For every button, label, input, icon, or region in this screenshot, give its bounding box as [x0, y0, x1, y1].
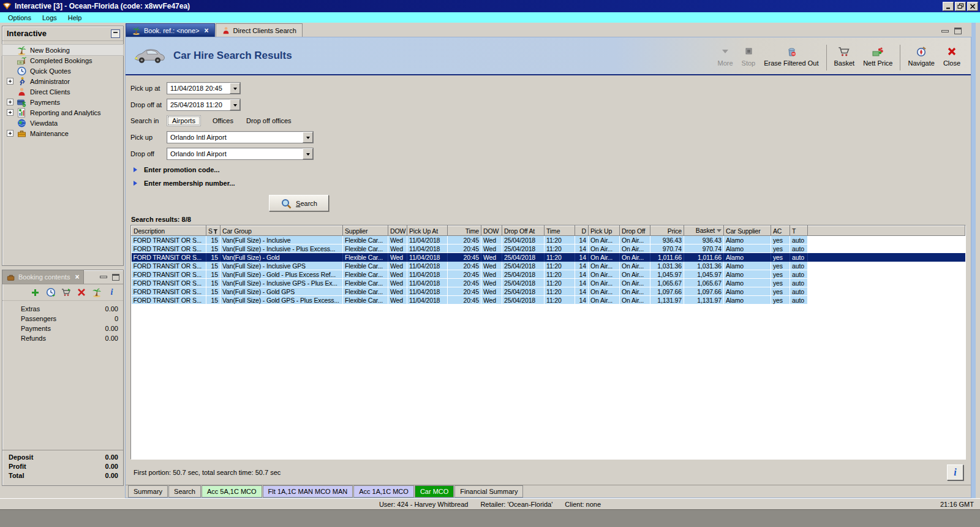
search-button[interactable]: Search [269, 195, 329, 211]
column-header[interactable]: Supplier [343, 226, 388, 236]
search-in-label: Search in [130, 117, 167, 124]
pickup-at-combobox[interactable]: 11/04/2018 20:45 [167, 82, 241, 94]
expand-plus-icon[interactable] [7, 109, 13, 116]
result-row[interactable]: FORD TRANSIT OR S... 15 Van(Full Size) -… [132, 236, 965, 245]
sidebar-item[interactable]: Completed Bookings [2, 55, 123, 66]
column-header[interactable]: Pick Up At [407, 226, 448, 236]
bottom-tab[interactable]: Flt 1A,1C MAN MCO MAN [263, 485, 353, 498]
menu-item[interactable]: Help [62, 13, 88, 22]
result-row[interactable]: FORD TRANSIT OR S... 15 Van(Full Size) -… [132, 262, 965, 270]
sidebar-item[interactable]: Direct Clients [2, 86, 123, 97]
maximize-main-panel-icon[interactable] [954, 28, 962, 34]
sidebar-item-icon [17, 87, 27, 97]
dropdown-arrow-icon[interactable] [303, 132, 313, 143]
column-header[interactable] [808, 226, 965, 236]
nett-price-button[interactable]: Nett Price [859, 44, 897, 69]
add-button[interactable] [30, 287, 40, 298]
basket-button[interactable]: Basket [830, 44, 859, 69]
result-row[interactable]: FORD TRANSIT OR S... 15 Van(Full Size) -… [132, 270, 965, 279]
membership-number-expander[interactable]: Enter membership number... [134, 180, 971, 187]
result-row[interactable]: FORD TRANSIT OR S... 15 Van(Full Size) -… [132, 253, 965, 262]
column-header[interactable]: Car Group [221, 226, 343, 236]
column-header[interactable]: AC [771, 226, 790, 236]
sidebar-item-label: Payments [30, 99, 60, 106]
column-header[interactable]: Basket [684, 226, 724, 236]
dropdown-arrow-icon[interactable] [230, 99, 240, 110]
delete-button[interactable] [76, 287, 86, 298]
cell-pickup-date: 11/04/2018 [407, 296, 448, 305]
result-row[interactable]: FORD TRANSIT OR S... 15 Van(Full Size) -… [132, 279, 965, 287]
bottom-tab[interactable]: Financial Summary [454, 485, 523, 498]
booking-contents-tab[interactable]: Booking contents × [2, 270, 84, 284]
sidebar-item-icon [17, 118, 27, 128]
result-row[interactable]: FORD TRANSIT OR S... 15 Van(Full Size) -… [132, 245, 965, 253]
pickup-combobox[interactable]: Orlando Intl Airport [167, 131, 314, 143]
more-button[interactable]: More [714, 44, 737, 69]
search-in-option[interactable]: Offices [211, 116, 235, 126]
sidebar-item[interactable]: Reporting and Analytics [2, 107, 123, 118]
dropoff-at-combobox[interactable]: 25/04/2018 11:20 [167, 99, 241, 111]
column-header[interactable]: Drop Off [620, 226, 650, 236]
navigate-button[interactable]: Navigate [903, 44, 938, 69]
close-window-button[interactable] [967, 2, 978, 11]
search-in-option[interactable]: Drop off offices [245, 116, 293, 126]
result-row[interactable]: FORD TRANSIT OR S... 15 Van(Full Size) -… [132, 296, 965, 305]
column-header[interactable]: Pick Up [589, 226, 620, 236]
bottom-tab[interactable]: Acc 1A,1C MCO [353, 485, 414, 498]
column-header[interactable]: DOW [481, 226, 502, 236]
tab-direct-clients-search[interactable]: Direct Clients Search [216, 23, 303, 37]
booking-contents-toolbar: i [2, 284, 123, 301]
palm-button[interactable] [91, 287, 102, 298]
column-header[interactable]: T [790, 226, 808, 236]
bottom-tab[interactable]: Car MCO [415, 485, 454, 498]
promotion-code-expander[interactable]: Enter promotion code... [134, 166, 971, 173]
minimize-button[interactable] [943, 2, 954, 11]
column-header[interactable]: Car Supplier [724, 226, 771, 236]
erase-filtered-out-button[interactable]: Erase Filtered Out [760, 44, 823, 69]
tab-booking-ref[interactable]: Book. ref.: <none> × [126, 23, 215, 37]
column-header[interactable]: Price [650, 226, 684, 236]
sidebar-item[interactable]: Maintenance [2, 128, 123, 138]
basket-icon [838, 45, 850, 58]
column-header[interactable]: D [575, 226, 589, 236]
column-header[interactable]: DOW [388, 226, 407, 236]
result-row[interactable]: FORD TRANSIT OR S... 15 Van(Full Size) -… [132, 287, 965, 296]
bottom-tab[interactable]: Search [168, 485, 201, 498]
menu-item[interactable]: Options [2, 13, 37, 22]
close-page-button[interactable]: Close [939, 44, 965, 69]
maximize-booking-panel-icon[interactable] [112, 274, 119, 281]
add-to-basket-button[interactable] [61, 287, 71, 298]
sidebar-item[interactable]: New Booking [2, 45, 123, 55]
collapse-booking-panel-icon[interactable] [100, 276, 107, 278]
booking-contents-panel: Booking contents × i [2, 270, 124, 486]
quick-quote-button[interactable] [45, 287, 56, 298]
column-header[interactable]: Time [545, 226, 575, 236]
column-header[interactable]: S [206, 226, 221, 236]
expand-plus-icon[interactable] [7, 78, 13, 85]
close-booking-contents-icon[interactable]: × [75, 273, 79, 281]
dropoff-combobox[interactable]: Orlando Intl Airport [167, 148, 314, 160]
expand-plus-icon[interactable] [7, 130, 13, 137]
menu-item[interactable]: Logs [37, 13, 62, 22]
info-icon[interactable]: i [107, 287, 117, 298]
column-header[interactable]: Drop Off At [502, 226, 545, 236]
expand-plus-icon[interactable] [7, 99, 13, 105]
collapse-main-panel-icon[interactable] [941, 30, 949, 32]
cell-description: FORD TRANSIT OR S... [132, 296, 206, 305]
collapse-panel-icon[interactable] [111, 29, 120, 38]
sidebar-item[interactable]: Quick Quotes [2, 66, 123, 76]
dropdown-arrow-icon[interactable] [230, 83, 240, 94]
sidebar-item[interactable]: Payments [2, 97, 123, 107]
dropdown-arrow-icon[interactable] [303, 148, 313, 159]
column-header[interactable]: Time [448, 226, 481, 236]
search-in-option[interactable]: Airports [167, 115, 201, 126]
restore-button[interactable] [955, 2, 966, 11]
bottom-tab[interactable]: Summary [128, 485, 168, 498]
sidebar-item[interactable]: Viewdata [2, 118, 123, 128]
stop-button[interactable]: Stop [737, 44, 760, 69]
bottom-tab[interactable]: Acc 5A,1C MCO [202, 485, 262, 498]
sidebar-item[interactable]: Administrator [2, 76, 123, 86]
info-button[interactable]: i [947, 464, 963, 480]
close-tab-icon[interactable]: × [205, 26, 209, 35]
column-header[interactable]: Description [132, 226, 206, 236]
